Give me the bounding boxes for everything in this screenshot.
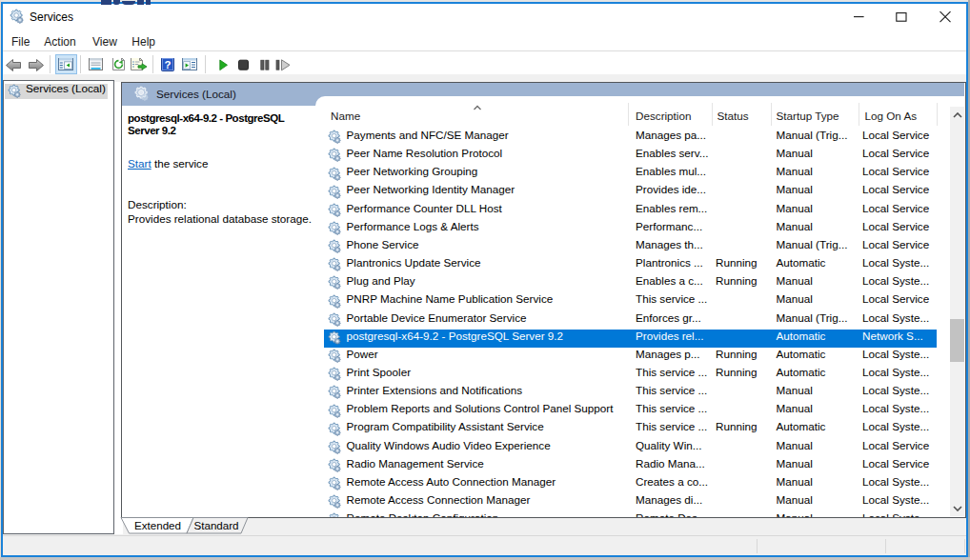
svg-text:?: ? [164, 59, 171, 70]
svg-text:Standard: Standard [194, 519, 239, 531]
svg-text:Extended: Extended [134, 519, 181, 531]
